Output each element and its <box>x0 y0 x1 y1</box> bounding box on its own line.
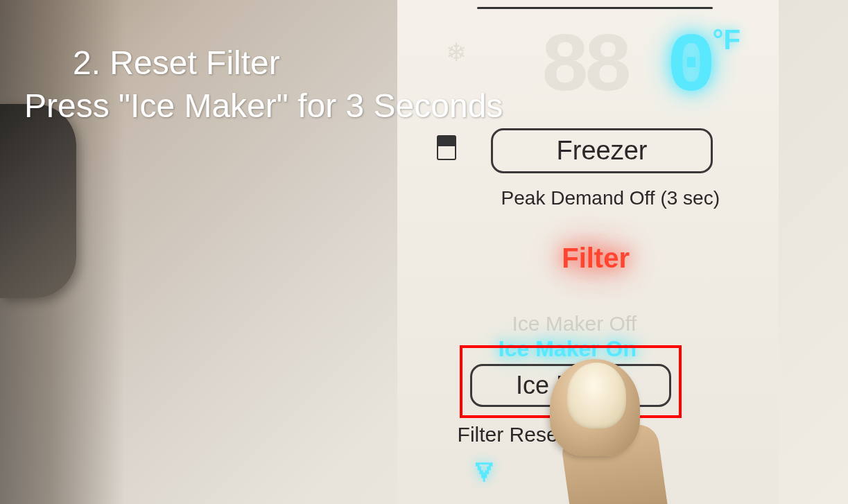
fingernail <box>567 363 626 428</box>
filter-indicator-light: Filter <box>562 243 630 274</box>
instruction-line-1: 2. Reset Filter <box>73 42 503 85</box>
ice-maker-off-label: Ice Maker Off <box>512 312 637 336</box>
temperature-unit: °F <box>713 24 741 55</box>
temperature-value: 0 <box>666 21 709 115</box>
background-object <box>0 104 76 298</box>
instruction-overlay: 2. Reset Filter Press "Ice Maker" for 3 … <box>24 42 503 128</box>
freezer-button[interactable]: Freezer <box>491 128 713 173</box>
bucket-icon: ⛛ <box>470 454 505 489</box>
divider-line <box>477 7 713 9</box>
temperature-ghost-digits: 88 <box>540 21 626 115</box>
finger-pressing <box>550 359 675 504</box>
freezer-icon <box>437 135 456 160</box>
instruction-line-2: Press "Ice Maker" for 3 Seconds <box>24 85 503 128</box>
peak-demand-label: Peak Demand Off (3 sec) <box>501 187 720 209</box>
